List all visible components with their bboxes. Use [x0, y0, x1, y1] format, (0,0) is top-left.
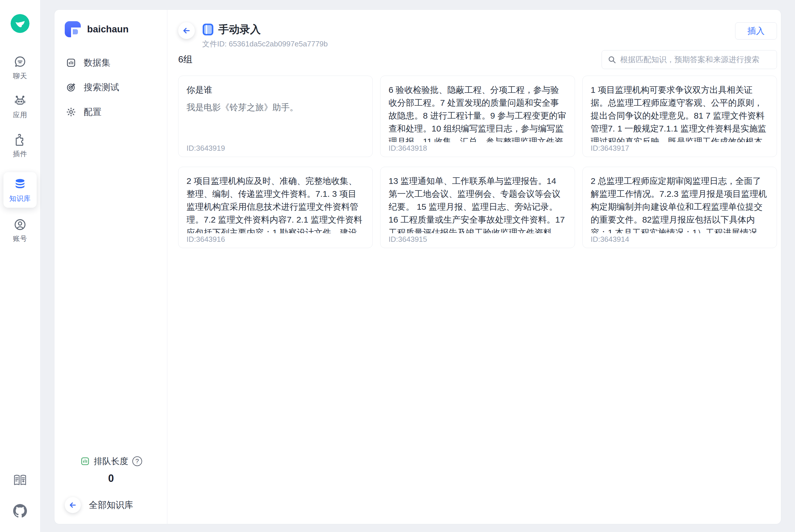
card-id: ID:3643917 — [591, 144, 629, 153]
sidebar-item-search-test[interactable]: 搜索测试 — [65, 79, 157, 96]
page-header: 手动录入 文件ID: 65361da5c2ab0997e5a7779b 插入 — [178, 22, 777, 49]
help-icon[interactable]: ? — [132, 456, 142, 466]
search-box — [602, 50, 777, 69]
back-arrow-icon — [69, 501, 77, 509]
workspace-name: baichaun — [87, 24, 129, 35]
app-window: 聊天 应用 插件 — [0, 0, 795, 532]
all-kb-back-link[interactable]: 全部知识库 — [65, 497, 157, 513]
dataset-icon — [66, 58, 76, 68]
card-answer: 我是电影《铃芽之旅》助手。 — [187, 101, 364, 114]
robot-icon — [14, 94, 27, 108]
queue-chart-icon — [80, 456, 90, 466]
rail-item-label: 应用 — [0, 110, 40, 119]
title-block: 手动录入 文件ID: 65361da5c2ab0997e5a7779b — [202, 22, 328, 49]
gear-icon — [66, 107, 76, 117]
card-id: ID:3643914 — [591, 235, 629, 244]
rail-item-label: 知识库 — [3, 194, 37, 203]
search-icon — [608, 55, 616, 64]
data-card[interactable]: 2 总监理工程师应定期审阅监理日志，全面了解监理工作情况。7.2.3 监理月报是… — [583, 167, 777, 248]
target-icon — [66, 82, 76, 93]
sidebar-item-label: 配置 — [84, 106, 101, 118]
card-id: ID:3643915 — [389, 235, 427, 244]
sidebar-item-dataset[interactable]: 数据集 — [65, 54, 157, 71]
puzzle-icon — [14, 133, 27, 146]
queue-label: 排队长度 — [94, 456, 128, 467]
chat-icon — [14, 55, 27, 69]
nav-rail: 聊天 应用 插件 — [0, 0, 40, 532]
data-card[interactable]: 1 项目监理机构可要求争议双方出具相关证据。总监理工程师应遵守客观、公平的原则，… — [583, 76, 777, 157]
card-id: ID:3643918 — [389, 144, 427, 153]
user-icon — [14, 218, 27, 231]
back-arrow-icon — [182, 26, 191, 35]
back-circle-button[interactable] — [65, 497, 81, 513]
rail-item-plugins[interactable]: 插件 — [0, 133, 40, 158]
card-question: 2 总监理工程师应定期审阅监理日志，全面了解监理工作情况。7.2.3 监理月报是… — [591, 174, 769, 233]
all-kb-label: 全部知识库 — [89, 499, 133, 511]
docs-icon — [13, 474, 27, 486]
search-input[interactable] — [620, 55, 771, 64]
sidebar-item-config[interactable]: 配置 — [65, 104, 157, 120]
kb-header: baichaun — [65, 21, 157, 37]
card-question: 你是谁 — [187, 83, 364, 96]
database-icon — [14, 178, 27, 191]
file-icon — [202, 23, 214, 36]
github-button[interactable] — [13, 504, 27, 518]
kb-sidebar: baichaun 数据集 搜索测试 — [54, 10, 167, 524]
data-card[interactable]: 2 项目监理机构应及时、准确、完整地收集、整理、编制、传递监理文件资料。7.1.… — [178, 167, 373, 248]
rail-nav: 聊天 应用 插件 — [0, 55, 40, 243]
rail-item-label: 插件 — [0, 149, 40, 158]
data-card[interactable]: 你是谁 我是电影《铃芽之旅》助手。 ID:3643919 — [178, 76, 373, 157]
rail-footer — [0, 474, 40, 518]
dataset-main: 手动录入 文件ID: 65361da5c2ab0997e5a7779b 插入 6… — [167, 10, 781, 524]
data-card[interactable]: 13 监理通知单、工作联系单与监理报告。14 第一次工地会议、监理例会、专题会议… — [380, 167, 575, 248]
rail-item-apps[interactable]: 应用 — [0, 94, 40, 119]
queue-value: 0 — [65, 472, 157, 484]
rail-item-account[interactable]: 账号 — [0, 218, 40, 243]
queue-block: 排队长度 ? 0 — [65, 456, 157, 485]
toolbar: 6组 — [178, 50, 777, 69]
file-id: 文件ID: 65361da5c2ab0997e5a7779b — [202, 39, 328, 49]
rail-item-label: 聊天 — [0, 71, 40, 80]
sidebar-footer: 排队长度 ? 0 全部知识库 — [65, 456, 157, 513]
data-card-grid: 你是谁 我是电影《铃芽之旅》助手。 ID:3643919 6 验收检验批、隐蔽工… — [178, 76, 777, 248]
card-id: ID:3643916 — [187, 235, 225, 244]
rail-item-knowledge-base[interactable]: 知识库 — [3, 172, 37, 208]
app-logo[interactable] — [11, 14, 30, 33]
content-panel: baichaun 数据集 搜索测试 — [54, 10, 781, 524]
page-back-button[interactable] — [178, 22, 195, 39]
data-card[interactable]: 6 验收检验批、隐蔽工程、分项工程，参与验收分部工程。7 处置发现的质量问题和安… — [380, 76, 575, 157]
insert-button[interactable]: 插入 — [735, 22, 777, 40]
kb-logo-icon — [65, 21, 81, 37]
page-title: 手动录入 — [218, 22, 261, 37]
card-id: ID:3643919 — [187, 144, 225, 153]
sidebar-item-label: 数据集 — [84, 57, 110, 69]
card-question: 2 项目监理机构应及时、准确、完整地收集、整理、编制、传递监理文件资料。7.1.… — [187, 174, 364, 233]
card-question: 1 项目监理机构可要求争议双方出具相关证据。总监理工程师应遵守客观、公平的原则，… — [591, 83, 769, 142]
rail-item-label: 账号 — [0, 234, 40, 243]
github-icon — [13, 504, 27, 518]
rail-item-chat[interactable]: 聊天 — [0, 55, 40, 80]
docs-button[interactable] — [13, 474, 27, 486]
card-question: 13 监理通知单、工作联系单与监理报告。14 第一次工地会议、监理例会、专题会议… — [389, 174, 566, 233]
sidebar-item-label: 搜索测试 — [84, 81, 119, 93]
group-count: 6组 — [178, 53, 192, 66]
card-question: 6 验收检验批、隐蔽工程、分项工程，参与验收分部工程。7 处置发现的质量问题和安… — [389, 83, 566, 142]
